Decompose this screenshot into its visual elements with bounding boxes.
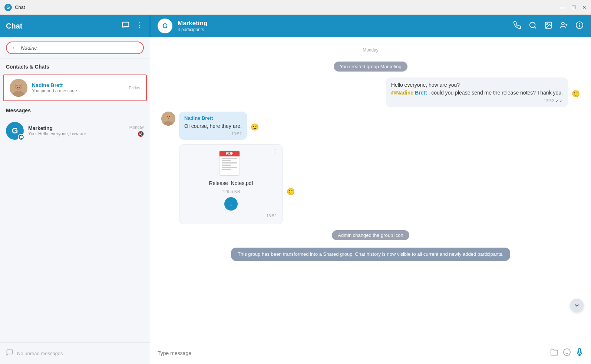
avatar-nadine	[10, 79, 27, 97]
chat-messages: Monday You created group Marketing 🙂 Hel…	[150, 37, 591, 270]
contact-preview: You pinned a message	[32, 88, 124, 93]
msg-time-row-incoming-1: 13:52	[184, 132, 242, 136]
sidebar: Chat ←	[0, 15, 150, 364]
chat-header-actions	[513, 21, 584, 31]
pdf-line-4	[222, 165, 231, 166]
app-logo: G	[4, 4, 12, 11]
pdf-line-5	[222, 167, 237, 168]
emoji-react-2[interactable]: 🙂	[251, 123, 259, 131]
file-size: 129.6 KB	[222, 189, 240, 194]
message-preview: You: Hello everyone, how are ...	[28, 131, 125, 136]
chat-messages-wrapper: Monday You created group Marketing 🙂 Hel…	[150, 37, 591, 342]
sidebar-header: Chat	[0, 15, 150, 37]
pdf-lines	[219, 156, 240, 175]
file-name: Release_Notes.pdf	[209, 180, 253, 186]
emoji-react-3[interactable]: 🙂	[287, 188, 295, 196]
system-info-long-bubble: This group has been transformed into a S…	[231, 248, 510, 261]
group-badge-chat-icon: 💬	[19, 135, 23, 139]
pdf-icon: PDF	[219, 150, 243, 177]
message-row-incoming-1: Nadine Brett Of course, here they are. 1…	[161, 112, 580, 140]
svg-point-26	[564, 349, 570, 355]
sidebar-title: Chat	[6, 22, 22, 30]
mic-button[interactable]	[575, 348, 584, 358]
msg-check-1: ✓✓	[555, 98, 563, 103]
window-controls: — ☐ ✕	[560, 4, 587, 10]
svg-point-1	[139, 22, 141, 23]
emoji-button[interactable]	[563, 348, 571, 358]
message-meta: Monday 🔇	[129, 125, 144, 137]
system-message-icon: Admin changed the group icon	[161, 230, 580, 240]
msg-bubble-incoming-1: Nadine Brett Of course, here they are. 1…	[179, 112, 247, 140]
contact-info: Nadine Brett You pinned a message	[32, 82, 124, 93]
svg-point-14	[562, 22, 564, 24]
search-input[interactable]	[21, 45, 138, 51]
app-title: Chat	[15, 4, 560, 10]
search-area: ←	[0, 37, 150, 59]
chat-header-name: Marketing	[178, 20, 508, 27]
file-time: 13:52	[266, 214, 277, 218]
compose-icon[interactable]	[122, 21, 130, 31]
pdf-page: PDF	[219, 150, 240, 176]
messages-section: Messages	[0, 103, 150, 117]
no-unread-text: No unread messages	[17, 351, 63, 356]
minimize-button[interactable]: —	[560, 4, 565, 10]
emoji-react-1[interactable]: 🙂	[572, 90, 580, 98]
msg-text-incoming-1: Of course, here they are.	[184, 122, 242, 130]
main-layout: Chat ←	[0, 15, 591, 364]
msg-bubble-outgoing-1: Hello everyone, how are you? @Nadine Bre…	[386, 77, 568, 107]
contact-item-nadine[interactable]: Nadine Brett You pinned a message Friday	[3, 75, 147, 101]
message-row-outgoing-1: 🙂 Hello everyone, how are you? @Nadine B…	[161, 77, 580, 107]
contact-name: Nadine Brett	[32, 82, 124, 88]
svg-point-24	[167, 116, 168, 117]
file-more-button[interactable]: ⋮	[273, 148, 279, 155]
msg-time-incoming-1: 13:52	[231, 132, 242, 136]
maximize-button[interactable]: ☐	[571, 4, 576, 10]
call-button[interactable]	[513, 21, 521, 31]
sidebar-menu-icon[interactable]	[136, 21, 144, 31]
message-input[interactable]	[158, 350, 546, 356]
group-avatar-g-icon: G	[11, 126, 18, 136]
mute-icon: 🔇	[138, 131, 144, 137]
close-button[interactable]: ✕	[582, 4, 587, 10]
contact-time: Friday	[129, 86, 140, 90]
search-button[interactable]	[529, 21, 537, 31]
system-message-long: This group has been transformed into a S…	[161, 248, 580, 261]
msg-time-1: 13:52	[544, 99, 554, 103]
folder-button[interactable]	[550, 348, 558, 358]
chat-header: G Marketing 4 participants	[150, 15, 591, 37]
add-person-button[interactable]	[560, 21, 568, 31]
message-item-marketing[interactable]: G 💬 Marketing You: Hello everyone, how a…	[0, 118, 150, 143]
file-download-button[interactable]: ↓	[224, 197, 238, 211]
message-name: Marketing	[28, 125, 125, 131]
chat-area: G Marketing 4 participants	[150, 15, 591, 364]
contacts-section-title: Contacts & Chats	[6, 64, 49, 70]
svg-point-25	[169, 116, 170, 117]
msg-text-rest: , could you please send me the release n…	[429, 90, 563, 96]
group-avatar-badge: 💬	[18, 134, 24, 140]
svg-point-8	[17, 85, 18, 86]
pdf-line-6	[222, 169, 231, 170]
media-button[interactable]	[544, 21, 552, 31]
chat-header-participants: 4 participants	[178, 27, 508, 32]
svg-point-10	[530, 22, 535, 27]
svg-point-9	[20, 85, 21, 86]
message-row-file: ⋮ PDF	[161, 144, 580, 224]
svg-point-3	[139, 27, 141, 28]
sidebar-header-icons	[122, 21, 144, 31]
info-button[interactable]	[575, 21, 584, 31]
system-message-created: You created group Marketing	[161, 62, 580, 72]
svg-rect-0	[123, 22, 129, 27]
sidebar-footer: No unread messages	[0, 343, 150, 364]
search-back-button[interactable]: ←	[12, 44, 18, 51]
search-box: ←	[6, 42, 144, 54]
contact-meta: Friday	[129, 86, 140, 90]
message-info: Marketing You: Hello everyone, how are .…	[28, 125, 125, 136]
scroll-to-bottom-button[interactable]	[570, 299, 584, 312]
no-unread-icon	[6, 349, 13, 358]
mention-nadine: @Nadine	[391, 90, 413, 96]
contacts-section: Contacts & Chats	[0, 59, 150, 73]
message-time: Monday	[129, 125, 144, 129]
avatar-nadine-msg	[161, 112, 175, 126]
svg-point-13	[547, 23, 548, 25]
pdf-line-2	[222, 160, 231, 161]
